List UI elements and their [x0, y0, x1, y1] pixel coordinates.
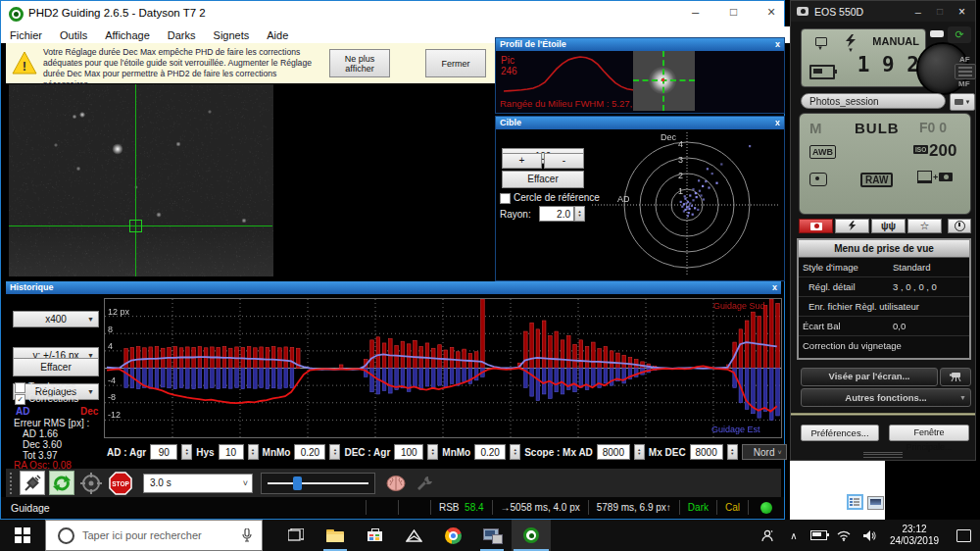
toolbar-grip[interactable] [10, 473, 16, 494]
hys-input[interactable]: 10 [219, 444, 244, 460]
mx-dec-stepper[interactable]: ▲▼ [727, 444, 738, 460]
mx-ad-input[interactable]: 8000 [597, 444, 630, 460]
eos-close[interactable]: × [951, 5, 975, 19]
minimize-button[interactable]: – [692, 5, 699, 20]
connect-equipment-button[interactable] [20, 471, 45, 495]
menu-row-userfile[interactable]: Enr. fichier Règl. utilisateur [799, 297, 969, 317]
metering-icon[interactable] [809, 173, 827, 186]
taskbar-mail[interactable] [394, 520, 433, 551]
north-dropdown[interactable]: Nord˅ [742, 444, 787, 460]
task-view-button[interactable] [276, 520, 316, 551]
history-clear-button[interactable]: Effacer [13, 358, 99, 376]
taskbar-remote-app[interactable] [472, 520, 512, 551]
wifi-tray-icon[interactable] [831, 520, 857, 551]
tab-shooting[interactable] [799, 219, 833, 233]
target-clear-button[interactable]: Effacer [502, 171, 584, 188]
menu-row-detail[interactable]: Régl. détail 3 , 0 , 0 , 0 [799, 277, 969, 297]
iso-value[interactable]: 200 [929, 141, 956, 161]
taskbar-chrome[interactable] [433, 520, 472, 551]
mnmo2-stepper[interactable]: ▲▼ [510, 444, 520, 460]
radius-stepper[interactable]: ▲▼ [574, 206, 585, 222]
phd2-titlebar[interactable]: PHD2 Guiding 2.6.5 - Datyson T7 2 – □ × [1, 1, 784, 26]
close-icon[interactable]: x [775, 38, 780, 51]
tab-mymenu[interactable]: ☆ [907, 219, 942, 233]
main-window-button[interactable]: Fenêtre Principale... [889, 425, 969, 441]
menu-row-wbshift[interactable]: Écart Bal 0,0 [799, 317, 969, 336]
corrections-checkbox[interactable]: ✓ [15, 394, 25, 405]
history-caption[interactable]: Historique x [6, 281, 781, 294]
microphone-icon[interactable] [242, 528, 252, 542]
zoom-in-button[interactable]: + [502, 153, 542, 169]
action-center-button[interactable] [947, 520, 980, 551]
ad-agr-stepper[interactable]: ▲▼ [181, 444, 192, 460]
list-view-icon[interactable] [847, 494, 863, 510]
exposure-dropdown[interactable]: 3.0 s ˅ [143, 474, 253, 493]
wb-value[interactable]: AWB [809, 145, 836, 159]
start-button[interactable] [0, 520, 45, 551]
taskbar-store[interactable] [355, 520, 394, 551]
close-icon[interactable]: x [772, 281, 777, 294]
zoom-out-button[interactable]: - [544, 153, 584, 169]
volume-tray-icon[interactable] [857, 520, 882, 551]
loop-exposures-button[interactable] [49, 471, 74, 495]
menu-aide[interactable]: Aide [267, 29, 288, 41]
remote-liveview-button[interactable] [940, 368, 971, 386]
close-icon[interactable]: x [775, 117, 780, 129]
dec-agr-stepper[interactable]: ▲▼ [427, 444, 438, 460]
taskbar-phd2[interactable] [512, 520, 551, 551]
star-profile-caption[interactable]: Profil de l'Étoile x [496, 38, 784, 51]
timer-button[interactable] [948, 219, 971, 233]
hys-stepper[interactable]: ▲▼ [248, 444, 259, 460]
menu-darks[interactable]: Darks [168, 29, 196, 41]
reference-circle-checkbox[interactable] [500, 193, 511, 204]
close-button[interactable]: × [767, 4, 775, 20]
search-box[interactable]: Taper ici pour rechercher [45, 520, 263, 551]
target-caption[interactable]: Cible x [496, 117, 784, 129]
dismiss-button[interactable]: Ne plus afficher [329, 49, 390, 77]
clock-tray[interactable]: 23:12 24/03/2019 [882, 520, 947, 551]
liveview-button[interactable]: Visée par l'écran... [801, 368, 938, 386]
mx-dec-input[interactable]: 8000 [690, 444, 723, 460]
menu-outils[interactable]: Outils [60, 29, 87, 41]
slider-thumb[interactable] [293, 476, 302, 490]
menu-affichage[interactable]: Affichage [105, 29, 150, 41]
mnmo1-input[interactable]: 0.20 [294, 444, 325, 460]
stop-button[interactable]: STOP [108, 471, 133, 495]
tab-functions[interactable]: ψψ [871, 219, 906, 233]
show-hidden-icons-button[interactable]: ∧ [782, 520, 806, 551]
history-xscale-dropdown[interactable]: x400▼ [13, 311, 99, 327]
eos-minimize[interactable]: – [907, 6, 929, 18]
auto-select-star-button[interactable] [78, 471, 104, 495]
preferences-button[interactable]: Préférences... [801, 425, 879, 441]
eos-maximize[interactable]: □ [929, 6, 951, 17]
session-field[interactable]: Photos_session [801, 93, 946, 109]
resize-grip[interactable] [863, 450, 903, 459]
trend-checkbox[interactable] [15, 382, 25, 393]
af-mf-switch[interactable] [955, 64, 976, 79]
folder-button[interactable]: ▼ [950, 93, 975, 111]
shutter-value[interactable]: BULB [855, 120, 900, 136]
people-button[interactable] [755, 520, 782, 551]
battery-tray-icon[interactable] [806, 520, 831, 551]
quality-value[interactable]: RAW [860, 173, 893, 187]
menu-signets[interactable]: Signets [214, 29, 250, 41]
mnmo1-stepper[interactable]: ▲▼ [329, 444, 340, 460]
ad-agr-input[interactable]: 90 [150, 444, 177, 460]
eos-titlebar[interactable]: EOS 550D – □ × [791, 1, 975, 22]
radius-input[interactable]: 2.0 [539, 206, 574, 222]
thumbnail-view-icon[interactable] [867, 496, 884, 510]
fermer-button[interactable]: Fermer [425, 49, 486, 77]
menu-row-style[interactable]: Style d'image Standard [799, 258, 969, 277]
dec-agr-input[interactable]: 100 [394, 444, 423, 460]
menu-row-vignetting[interactable]: Correction du vignetage [799, 336, 969, 355]
menu-fichier[interactable]: Fichier [10, 29, 42, 41]
taskbar-file-explorer[interactable] [316, 520, 355, 551]
tab-flash[interactable] [835, 219, 869, 233]
other-functions-button[interactable]: Autres fonctions... ▼ [801, 388, 971, 407]
advanced-settings-button[interactable] [413, 471, 438, 495]
stretch-slider[interactable] [261, 473, 375, 494]
maximize-button[interactable]: □ [730, 5, 737, 19]
mnmo2-input[interactable]: 0.20 [474, 444, 506, 460]
mx-ad-stepper[interactable]: ▲▼ [634, 444, 645, 460]
guide-assistant-button[interactable] [383, 471, 409, 495]
